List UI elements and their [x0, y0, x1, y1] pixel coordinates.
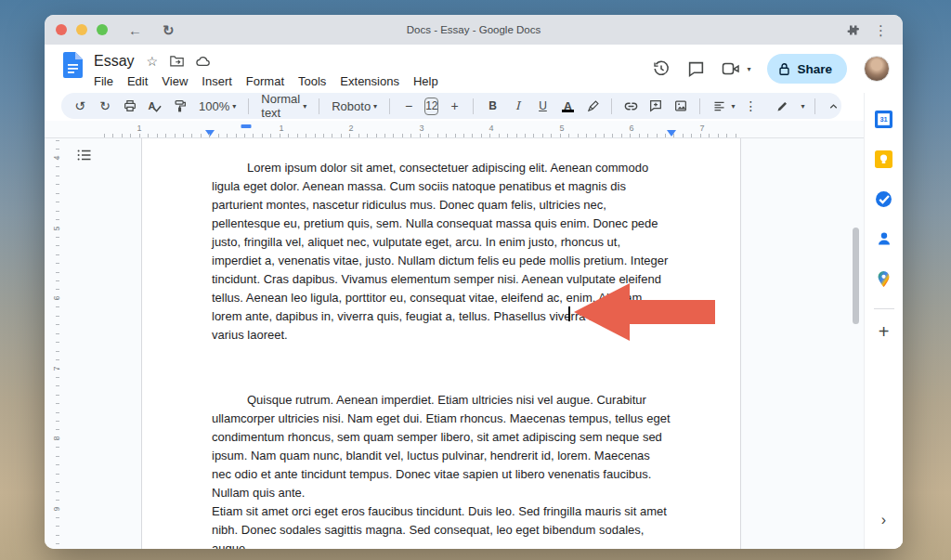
hide-side-panel-chevron-icon[interactable]: › — [881, 512, 886, 528]
redo-icon[interactable]: ↻ — [96, 96, 114, 116]
underline-icon[interactable]: U — [533, 96, 552, 116]
meet-dropdown-caret-icon[interactable]: ▾ — [747, 65, 750, 73]
ruler-tick — [56, 202, 59, 202]
ruler-tick — [463, 134, 464, 137]
toolbar-row: ↺ ↻ A 100% ▾ — [45, 93, 903, 121]
add-comment-icon[interactable] — [646, 96, 665, 116]
google-keep-icon[interactable] — [872, 147, 896, 171]
ruler-tick — [56, 158, 59, 159]
first-line-indent-marker[interactable] — [241, 124, 252, 128]
print-icon[interactable] — [121, 96, 139, 116]
star-icon[interactable]: ☆ — [147, 55, 159, 68]
ruler-tick — [332, 134, 332, 137]
ruler-tick — [56, 403, 59, 404]
ruler-number: 3 — [419, 124, 423, 133]
google-tasks-icon[interactable] — [872, 187, 896, 211]
document-outline-icon[interactable] — [74, 145, 95, 165]
move-to-folder-icon[interactable] — [170, 55, 184, 67]
spellcheck-icon[interactable]: A — [146, 96, 164, 116]
ruler-tick — [56, 543, 59, 544]
menu-view[interactable]: View — [162, 74, 188, 88]
ruler-tick — [253, 134, 254, 137]
menu-extensions[interactable]: Extensions — [340, 74, 399, 88]
ruler-tick — [595, 134, 596, 137]
ruler-tick — [56, 149, 59, 150]
document-title[interactable]: Essay — [94, 53, 135, 70]
font-family-select[interactable]: Roboto ▾ — [329, 99, 380, 113]
google-docs-logo-icon[interactable] — [63, 52, 83, 78]
google-maps-icon[interactable] — [872, 267, 896, 291]
editing-mode-pen-icon[interactable] — [774, 96, 792, 116]
align-caret-icon[interactable]: ▾ — [731, 102, 735, 111]
share-button-label: Share — [797, 62, 832, 76]
right-indent-marker[interactable] — [667, 130, 676, 137]
toolbar-more-icon[interactable]: ⋮ — [742, 96, 761, 116]
insert-image-icon[interactable] — [671, 96, 690, 116]
ruler-tick — [499, 134, 500, 137]
ruler-tick — [56, 237, 59, 238]
undo-icon[interactable]: ↺ — [71, 96, 89, 116]
italic-icon[interactable]: I — [508, 96, 527, 116]
menu-edit[interactable]: Edit — [127, 74, 148, 88]
meet-video-call-button[interactable]: ▾ — [722, 61, 750, 76]
paragraph[interactable]: Etiam sit amet orci eget eros faucibus t… — [142, 502, 740, 549]
ruler-tick — [56, 140, 59, 141]
comment-history-icon[interactable] — [687, 60, 705, 78]
get-addons-plus-icon[interactable]: + — [879, 322, 890, 341]
cloud-status-icon[interactable] — [196, 56, 211, 67]
font-caret-icon: ▾ — [373, 102, 377, 111]
google-contacts-icon[interactable] — [872, 227, 896, 251]
ruler-tick — [630, 134, 631, 137]
paint-format-icon[interactable] — [171, 96, 189, 116]
hide-menus-chevron-icon[interactable] — [825, 96, 843, 116]
document-page[interactable]: Lorem ipsum dolor sit amet, consectetuer… — [141, 138, 741, 549]
ruler-tick — [165, 134, 166, 137]
menu-file[interactable]: File — [94, 74, 113, 88]
ruler-tick — [665, 134, 666, 137]
ruler-tick — [227, 134, 228, 137]
menu-format[interactable]: Format — [246, 74, 284, 88]
bold-icon[interactable]: B — [483, 96, 502, 116]
ruler-tick — [306, 134, 306, 137]
paragraph-style-select[interactable]: Normal text ▾ — [258, 92, 309, 120]
menu-insert[interactable]: Insert — [202, 74, 232, 88]
version-history-icon[interactable] — [652, 59, 671, 78]
window-title: Docs - Essay - Google Docs — [45, 24, 903, 35]
menu-help[interactable]: Help — [413, 74, 438, 88]
highlight-color-icon[interactable] — [583, 96, 602, 116]
vertical-scrollbar[interactable] — [853, 228, 859, 324]
share-button[interactable]: Share — [767, 54, 847, 84]
toolbar-divider — [611, 98, 612, 114]
increase-font-size-button[interactable]: + — [445, 96, 463, 116]
ruler-tick — [358, 134, 359, 137]
menu-bar: File Edit View Insert Format Tools Exten… — [94, 74, 438, 88]
ruler-tick — [56, 517, 59, 518]
ruler-tick — [700, 134, 701, 137]
side-panel: 31 — [864, 93, 903, 549]
ruler-tick — [157, 134, 158, 137]
ruler-tick — [621, 134, 622, 137]
ruler-tick — [639, 134, 640, 137]
paragraph[interactable]: Quisque rutrum. Aenean imperdiet. Etiam … — [142, 391, 740, 502]
ruler-number: 1 — [137, 124, 141, 133]
decrease-font-size-button[interactable]: − — [399, 96, 418, 116]
ruler-tick — [201, 134, 202, 137]
ruler-tick — [683, 134, 684, 137]
text-color-icon[interactable]: A — [564, 99, 572, 113]
ruler-tick — [148, 134, 149, 137]
ruler-tick — [657, 134, 658, 137]
font-size-input[interactable]: 12 — [424, 98, 438, 115]
insert-link-icon[interactable] — [621, 96, 640, 116]
ruler-tick — [376, 134, 377, 137]
zoom-select[interactable]: 100% ▾ — [196, 99, 239, 113]
menu-tools[interactable]: Tools — [298, 74, 326, 88]
toolbar-divider — [389, 98, 390, 114]
ruler-number: 1 — [279, 124, 283, 133]
align-left-icon[interactable] — [710, 96, 728, 116]
editing-mode-caret-icon[interactable]: ▾ — [801, 102, 805, 111]
browser-titlebar: ← ↻ Docs - Essay - Google Docs ⋮ — [45, 15, 903, 45]
account-avatar[interactable] — [864, 56, 890, 82]
ruler-tick — [56, 447, 59, 448]
ruler-tick — [56, 500, 59, 501]
google-calendar-icon[interactable]: 31 — [872, 107, 896, 131]
